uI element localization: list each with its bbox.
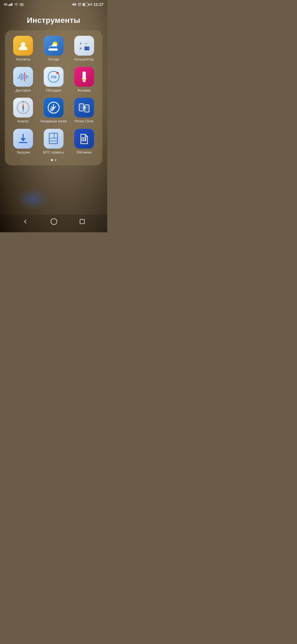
app-label-backup: Резервные копии: [40, 119, 67, 124]
app-label-flashlight: Фонарик: [78, 89, 91, 93]
pagination-dots: [9, 159, 98, 161]
svg-point-28: [22, 107, 24, 108]
app-item-flashlight[interactable]: Фонарик: [70, 67, 98, 93]
app-icon-compass: N: [13, 98, 33, 118]
page-title: Инструменты: [0, 16, 107, 25]
svg-rect-37: [85, 106, 89, 111]
app-item-phoneclone[interactable]: Phone Clone: [70, 98, 98, 124]
app-label-recorder: Диктофон: [16, 89, 31, 93]
svg-text:+: +: [79, 41, 82, 46]
app-label-calculator: Калькулятор: [75, 58, 94, 62]
app-icon-phoneclone: [74, 98, 94, 118]
svg-rect-6: [48, 48, 58, 51]
app-item-weather[interactable]: Погода: [40, 36, 68, 62]
app-grid: Контакты Погода + − ×: [9, 36, 98, 155]
app-item-sim[interactable]: SIM-меню: [70, 129, 98, 155]
app-icon-downloads: [13, 129, 33, 149]
app-label-downloads: Загрузки: [16, 151, 30, 155]
svg-rect-15: [24, 72, 25, 81]
svg-point-1: [21, 4, 23, 6]
time-display: 11:17: [94, 2, 103, 7]
app-label-phoneclone: Phone Clone: [75, 119, 94, 124]
app-icon-sim: [74, 129, 94, 149]
svg-point-23: [83, 79, 85, 81]
svg-rect-2: [21, 3, 22, 4]
svg-rect-14: [23, 74, 23, 80]
app-icon-mts: [44, 129, 64, 149]
svg-rect-32: [50, 109, 54, 110]
folder-panel: Контакты Погода + − ×: [5, 30, 102, 165]
app-item-backup[interactable]: Резервные копии: [40, 98, 68, 124]
alarm-icon: [78, 2, 81, 6]
battery-percent: 38: [89, 3, 92, 6]
status-right: 38 11:17: [72, 2, 103, 7]
app-icon-backup: [44, 98, 64, 118]
svg-rect-33: [50, 110, 53, 111]
app-label-weather: Погода: [48, 58, 59, 62]
app-icon-calculator: + − ×: [74, 36, 94, 56]
network-type: 4G: [4, 3, 7, 6]
svg-rect-42: [49, 138, 57, 141]
camera-icon: [20, 3, 24, 6]
svg-rect-22: [82, 73, 86, 74]
svg-rect-38: [19, 142, 28, 143]
app-label-fm: FM-радио: [46, 89, 61, 93]
nav-home-button[interactable]: [50, 218, 57, 227]
app-label-compass: Компас: [18, 119, 29, 124]
app-item-calculator[interactable]: + − × Калькулятор: [70, 36, 98, 62]
app-icon-fm: FM: [44, 67, 64, 87]
app-item-compass[interactable]: N Компас: [9, 98, 37, 124]
svg-rect-40: [49, 133, 54, 138]
eye-icon: [72, 3, 76, 6]
battery-indicator: 38: [82, 3, 92, 6]
status-left: 4G: [4, 3, 24, 6]
svg-rect-35: [80, 105, 83, 110]
svg-text:N: N: [22, 101, 24, 103]
app-item-contacts[interactable]: Контакты: [9, 36, 37, 62]
app-icon-contacts: [13, 36, 33, 56]
app-item-fm[interactable]: FM FM-радио: [40, 67, 68, 93]
svg-text:×: ×: [79, 46, 82, 51]
dot-2[interactable]: [54, 159, 56, 161]
svg-point-48: [51, 219, 57, 225]
signal-bars: [8, 3, 12, 6]
app-label-mts: МТС сервисы: [43, 151, 64, 155]
svg-rect-13: [21, 73, 22, 81]
svg-rect-10: [84, 47, 89, 50]
nav-bar: [0, 215, 107, 232]
svg-rect-12: [19, 75, 20, 79]
svg-rect-21: [82, 72, 86, 78]
app-item-mts[interactable]: МТС сервисы: [40, 129, 68, 155]
app-item-downloads[interactable]: Загрузки: [9, 129, 37, 155]
app-item-recorder[interactable]: Диктофон: [9, 67, 37, 93]
svg-rect-49: [80, 219, 84, 224]
svg-rect-41: [54, 133, 57, 138]
app-icon-flashlight: [74, 67, 94, 87]
svg-text:−: −: [85, 41, 87, 46]
wifi-icon: [14, 3, 18, 6]
svg-rect-17: [28, 76, 28, 78]
svg-rect-43: [49, 141, 57, 144]
nav-recent-button[interactable]: [79, 219, 85, 226]
app-label-contacts: Контакты: [16, 58, 30, 62]
app-icon-weather: [44, 36, 64, 56]
bg-blur-spot: [16, 188, 50, 210]
dot-1[interactable]: [51, 159, 53, 161]
status-bar: 4G: [0, 0, 107, 8]
app-label-sim: SIM-меню: [76, 151, 92, 155]
nav-back-button[interactable]: [22, 218, 29, 227]
svg-rect-11: [18, 77, 18, 79]
svg-rect-31: [50, 108, 53, 109]
svg-text:FM: FM: [51, 75, 56, 79]
svg-point-20: [56, 72, 59, 74]
svg-rect-16: [26, 75, 27, 79]
app-icon-recorder: [13, 67, 33, 87]
